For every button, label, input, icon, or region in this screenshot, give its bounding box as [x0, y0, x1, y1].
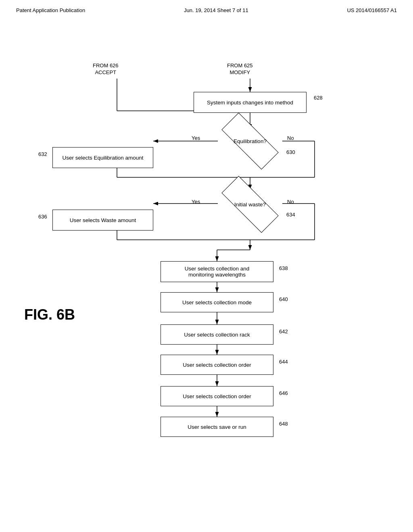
ref-634: 634 — [286, 212, 295, 218]
ref-638: 638 — [279, 265, 288, 271]
equil-yes-label: Yes — [192, 135, 200, 141]
box-632: User selects Equilibration amount — [52, 147, 153, 168]
equil-no-label: No — [287, 135, 294, 141]
header-left: Patent Application Publication — [16, 7, 85, 13]
ref-644: 644 — [279, 359, 288, 365]
box-644: User selects collection order — [161, 355, 273, 375]
ref-632: 632 — [38, 151, 47, 157]
header-right: US 2014/0166557 A1 — [347, 7, 397, 13]
from-625-modify-label: FROM 625MODIFY — [227, 62, 253, 76]
waste-yes-label: Yes — [192, 199, 200, 205]
ref-636: 636 — [38, 214, 47, 220]
from-626-accept-label: FROM 626ACCEPT — [93, 62, 119, 76]
box-628: System inputs changes into method — [194, 92, 307, 113]
ref-628: 628 — [314, 95, 323, 101]
ref-630: 630 — [286, 149, 295, 155]
box-638: User selects collection and monitoring w… — [161, 261, 273, 282]
figure-label: FIG. 6B — [24, 306, 75, 323]
box-636: User selects Waste amount — [52, 210, 153, 231]
waste-no-label: No — [287, 199, 294, 205]
box-642: User selects collection rack — [161, 324, 273, 345]
ref-648: 648 — [279, 421, 288, 427]
diamond-initial-waste: Initial waste? — [218, 190, 282, 218]
ref-640: 640 — [279, 296, 288, 302]
box-640: User selects collection mode — [161, 292, 273, 312]
diamond-equilibration: Equilibration? — [218, 127, 282, 155]
ref-642: 642 — [279, 328, 288, 335]
ref-646: 646 — [279, 390, 288, 396]
initial-waste-label: Initial waste? — [234, 202, 266, 208]
header-center: Jun. 19, 2014 Sheet 7 of 11 — [184, 7, 248, 13]
equilibration-label: Equilibration? — [234, 138, 267, 144]
box-648: User selects save or run — [161, 417, 273, 437]
box-646: User selects collection order — [161, 386, 273, 406]
